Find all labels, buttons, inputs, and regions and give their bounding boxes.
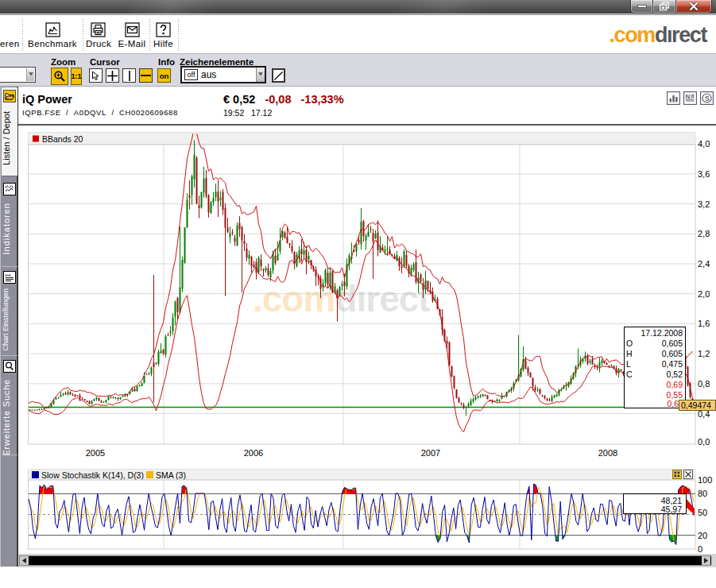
svg-text:2005: 2005 xyxy=(86,448,105,458)
svg-text:0,8: 0,8 xyxy=(698,379,710,389)
svg-text:17.12.2008: 17.12.2008 xyxy=(641,328,683,338)
svg-text:0,49474: 0,49474 xyxy=(681,400,711,410)
svg-text:2,0: 2,0 xyxy=(698,289,710,299)
svg-text:SMA (3): SMA (3) xyxy=(156,470,186,480)
svg-text:BBands 20: BBands 20 xyxy=(42,134,83,144)
svg-text:0,475: 0,475 xyxy=(662,359,683,369)
svg-text:2,4: 2,4 xyxy=(698,259,710,269)
svg-text:0,605: 0,605 xyxy=(662,338,683,348)
svg-text:0,69: 0,69 xyxy=(667,380,683,389)
svg-text:.comdırect: .comdırect xyxy=(253,278,430,319)
svg-text:Slow Stochastik K(14), D(3): Slow Stochastik K(14), D(3) xyxy=(41,470,144,480)
svg-text:2006: 2006 xyxy=(244,448,263,458)
svg-text:100: 100 xyxy=(698,475,712,485)
svg-text:4,0: 4,0 xyxy=(698,139,710,149)
svg-text:0,0: 0,0 xyxy=(698,437,710,447)
svg-text:0: 0 xyxy=(698,544,702,554)
svg-text:L: L xyxy=(626,359,631,369)
svg-text:80: 80 xyxy=(698,489,707,498)
svg-text:O: O xyxy=(626,338,633,348)
svg-text:50: 50 xyxy=(698,508,707,517)
svg-text:0,6: 0,6 xyxy=(667,399,679,408)
svg-text:3,2: 3,2 xyxy=(698,199,710,209)
svg-text:2007: 2007 xyxy=(421,448,440,458)
svg-text:20: 20 xyxy=(698,531,707,540)
svg-text:45,97: 45,97 xyxy=(661,505,682,514)
svg-text:1,6: 1,6 xyxy=(698,319,710,328)
svg-text:0,52: 0,52 xyxy=(667,369,683,379)
svg-text:1,2: 1,2 xyxy=(698,349,710,358)
svg-text:2008: 2008 xyxy=(598,448,617,458)
svg-text:3,6: 3,6 xyxy=(698,169,710,179)
svg-text:C: C xyxy=(626,369,633,379)
svg-text:H: H xyxy=(626,349,633,358)
svg-text:2,8: 2,8 xyxy=(698,229,710,238)
svg-text:0,605: 0,605 xyxy=(662,349,683,358)
